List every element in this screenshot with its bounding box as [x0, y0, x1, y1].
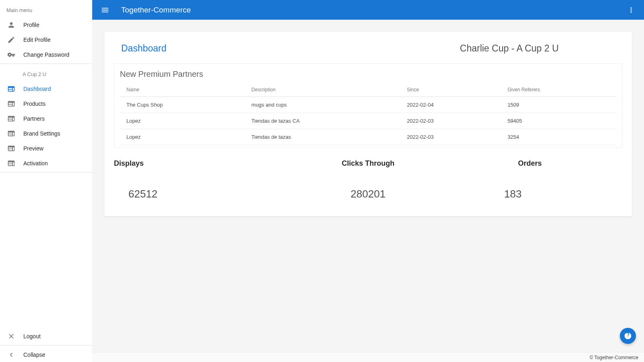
page-title: Dashboard [121, 43, 167, 54]
web-icon [6, 100, 16, 108]
sidebar: Main menu Profile Edit Profile [0, 0, 92, 362]
cell-name: The Cups Shop [120, 97, 245, 113]
cell-description: Tiendas de tazas [245, 129, 400, 145]
col-since: Since [400, 83, 501, 97]
menu-toggle-button[interactable] [97, 2, 113, 18]
menu-icon [101, 6, 109, 14]
cell-name: Lopez [120, 129, 245, 145]
cell-since: 2022-02-04 [400, 97, 501, 113]
key-icon [6, 51, 16, 59]
sidebar-item-label: Logout [23, 333, 41, 339]
stat-value: 62512 [114, 188, 283, 200]
col-description: Description [245, 83, 400, 97]
sidebar-item-label: Profile [23, 22, 39, 28]
user-brand-label: Charlie Cup - A Cup 2 U [460, 43, 559, 54]
web-icon [6, 144, 16, 152]
sidebar-item-preview[interactable]: Preview [0, 141, 92, 156]
sidebar-item-label: Edit Profile [23, 37, 51, 43]
stat-label: Orders [453, 159, 622, 168]
stats-row: Displays 62512 Clicks Through 280201 Ord… [114, 157, 622, 200]
footer-copyright: © Together-Commerce [590, 355, 638, 360]
cell-description: Tiendas de tazas CA [245, 113, 400, 129]
col-name: Name [120, 83, 245, 97]
stat-displays: Displays 62512 [114, 159, 283, 200]
sidebar-item-label: Change Password [23, 51, 69, 58]
sidebar-item-edit-profile[interactable]: Edit Profile [0, 32, 92, 47]
sidebar-item-label: Preview [23, 145, 43, 152]
more-button[interactable] [623, 2, 639, 18]
sidebar-item-change-password[interactable]: Change Password [0, 47, 92, 62]
app-title: Together-Commerce [121, 6, 191, 14]
sidebar-item-activation[interactable]: Activation [0, 156, 92, 171]
sidebar-divider [0, 64, 92, 64]
stat-label: Clicks Through [283, 159, 453, 168]
stat-label: Displays [114, 159, 283, 168]
partners-table: Name Description Since Given Referers Th… [120, 83, 616, 145]
sidebar-item-label: Products [23, 101, 45, 107]
cell-referers: 59405 [501, 113, 616, 129]
table-row: Lopez Tiendas de tazas 2022-02-03 3254 [120, 129, 616, 145]
sidebar-item-label: Brand Settings [23, 130, 60, 137]
sidebar-item-label: Activation [23, 160, 48, 167]
partners-panel-title: New Premium Partners [120, 70, 616, 79]
partners-panel: New Premium Partners Name Description Si… [114, 64, 622, 148]
topbar: Together-Commerce [92, 0, 644, 20]
sidebar-item-partners[interactable]: Partners [0, 111, 92, 126]
stat-orders: Orders 183 [453, 159, 622, 200]
close-icon [6, 332, 16, 340]
footer: © Together-Commerce [92, 352, 644, 362]
cell-description: mugs and cups [245, 97, 400, 113]
help-icon [624, 332, 632, 340]
cell-referers: 3254 [501, 129, 616, 145]
sidebar-brand-header: A Cup 2 U [0, 66, 92, 81]
dashboard-card: Dashboard Charlie Cup - A Cup 2 U New Pr… [104, 32, 632, 216]
sidebar-item-logout[interactable]: Logout [0, 329, 92, 343]
sidebar-item-brand-settings[interactable]: Brand Settings [0, 126, 92, 141]
stat-value: 280201 [283, 188, 453, 200]
stat-clicks: Clicks Through 280201 [283, 159, 453, 200]
table-row: The Cups Shop mugs and cups 2022-02-04 1… [120, 97, 616, 113]
web-icon [6, 85, 16, 93]
sidebar-item-label: Dashboard [23, 86, 51, 92]
cell-since: 2022-02-03 [400, 113, 501, 129]
chevron-left-icon [6, 351, 16, 359]
sidebar-divider [0, 345, 92, 346]
sidebar-item-label: Collapse [23, 352, 45, 358]
edit-icon [6, 36, 16, 44]
sidebar-item-products[interactable]: Products [0, 96, 92, 111]
sidebar-divider [0, 172, 92, 173]
more-vert-icon [627, 6, 635, 14]
cell-since: 2022-02-03 [400, 129, 501, 145]
sidebar-item-label: Partners [23, 115, 45, 122]
person-icon [6, 21, 16, 29]
sidebar-main-menu-header: Main menu [0, 0, 92, 17]
col-referers: Given Referers [501, 83, 616, 97]
sidebar-item-profile[interactable]: Profile [0, 17, 92, 32]
help-fab-button[interactable] [620, 328, 636, 344]
web-icon [6, 130, 16, 138]
stat-value: 183 [453, 188, 622, 200]
sidebar-item-dashboard[interactable]: Dashboard [0, 81, 92, 96]
sidebar-item-collapse[interactable]: Collapse [0, 347, 92, 362]
cell-referers: 1509 [501, 97, 616, 113]
cell-name: Lopez [120, 113, 245, 129]
web-icon [6, 159, 16, 167]
main-area: Together-Commerce Dashboard Charlie Cup … [92, 0, 644, 362]
table-row: Lopez Tiendas de tazas CA 2022-02-03 594… [120, 113, 616, 129]
web-icon [6, 115, 16, 123]
